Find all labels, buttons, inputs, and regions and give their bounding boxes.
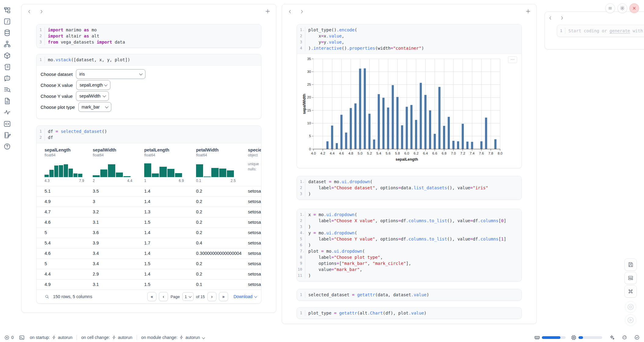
- code-editor[interactable]: 1plot_type = getattr(alt.Chart(df), plot…: [297, 308, 521, 319]
- line-number: 3: [297, 224, 302, 230]
- cpu-usage[interactable]: [571, 335, 602, 340]
- first-page-button[interactable]: «: [147, 292, 156, 301]
- column-3-next-button[interactable]: [560, 16, 564, 20]
- layout-button[interactable]: [624, 272, 637, 284]
- sidebar-scroll-button[interactable]: [3, 63, 11, 71]
- table-row[interactable]: 53.41.50.2setosa: [37, 258, 261, 269]
- column-header-sepalLength[interactable]: sepalLengthfloat644.37.9: [45, 148, 93, 183]
- column-header-species[interactable]: speciesobjectuniquenulls:: [248, 148, 261, 183]
- fold-marker-icon[interactable]: ⌄: [302, 230, 305, 236]
- memory-usage[interactable]: [534, 335, 566, 340]
- bar-chart[interactable]: 051015202530354.04.24.44.64.85.05.25.45.…: [302, 56, 508, 164]
- last-page-button[interactable]: »: [219, 292, 228, 301]
- table-row[interactable]: 4.73.21.30.2setosa: [37, 207, 261, 217]
- column-2-next-button[interactable]: [299, 9, 304, 14]
- table-row[interactable]: 53.61.40.2setosa: [37, 227, 261, 238]
- choose-y-value-select[interactable]: sepalWidth: [76, 91, 109, 101]
- command-palette-button[interactable]: [624, 285, 637, 297]
- search-list-icon: [3, 86, 11, 94]
- table-search-button[interactable]: [45, 294, 49, 299]
- run-config-3[interactable]: on module change:autorun: [141, 335, 205, 340]
- save-button[interactable]: [624, 258, 637, 271]
- column-header-petalLength[interactable]: petalLengthfloat6416.9: [144, 148, 196, 183]
- column-1-prev-button[interactable]: [27, 9, 32, 14]
- code-editor[interactable]: 1⌄plot_type().encode(2 x=x.value,3 y=y.v…: [297, 24, 521, 54]
- table-row[interactable]: 5.13.51.40.2setosa: [37, 186, 261, 196]
- chevL-icon: [27, 9, 32, 14]
- sidebar-file-tree-button[interactable]: [3, 6, 11, 14]
- table-row[interactable]: 4.63.41.40.30000000000000004setosa: [37, 248, 261, 258]
- sidebar-document-button[interactable]: [3, 97, 11, 105]
- fold-marker-icon[interactable]: ⌄: [302, 212, 305, 218]
- column-1-add-cell-button[interactable]: [265, 9, 270, 14]
- choose-x-value-select[interactable]: sepalLength: [76, 80, 110, 90]
- check-circle-button[interactable]: [634, 335, 640, 340]
- svg-text:5.0: 5.0: [358, 151, 363, 155]
- fold-marker-icon[interactable]: ⌄: [302, 27, 305, 33]
- column-1-next-button[interactable]: [39, 9, 44, 14]
- editor-placeholder: Start coding or generate with: [565, 28, 643, 34]
- code-editor[interactable]: 1selected_dataset = getattr(data, datase…: [297, 289, 521, 300]
- error-count-button[interactable]: 0: [4, 335, 14, 340]
- choose-dataset-select[interactable]: iris: [76, 69, 145, 79]
- fold-marker-icon: [302, 254, 305, 260]
- code-box-icon: [3, 120, 11, 128]
- sidebar-bot-button[interactable]: [3, 74, 11, 82]
- run-button[interactable]: [625, 314, 636, 326]
- choose-plot-type-select[interactable]: mark_bar: [78, 102, 111, 112]
- generate-link[interactable]: generate: [610, 28, 630, 33]
- run-config-1[interactable]: on startup:autorun: [30, 335, 73, 340]
- code-editor[interactable]: 1mo.vstack([dataset, x, y, plot]): [37, 54, 261, 66]
- run-config-2[interactable]: on cell change:autorun: [81, 335, 132, 340]
- table-pagination: 150 rows, 5 columns«‹Page1of 15›»Downloa…: [37, 290, 261, 303]
- stop-icon: [627, 303, 634, 311]
- chevL-icon: [548, 16, 553, 20]
- svg-text:7.8: 7.8: [488, 151, 493, 155]
- code-line: ): [305, 224, 311, 230]
- code-editor[interactable]: 1import marimo as mo2import altair as al…: [37, 24, 261, 48]
- column-stats: uniquenulls:: [248, 162, 261, 172]
- gear-icon: [620, 6, 625, 11]
- column-header-petalWidth[interactable]: petalWidthfloat640.12.5: [196, 148, 248, 183]
- page-select[interactable]: 1: [182, 292, 194, 301]
- table-row[interactable]: 5.43.91.70.4setosa: [37, 238, 261, 248]
- terminal-button[interactable]: [19, 335, 25, 340]
- column-3-prev-button[interactable]: [548, 16, 553, 20]
- code-editor[interactable]: 1⌄dataset = mo.ui.dropdown(2 label="Choo…: [297, 176, 521, 199]
- chart-options-button[interactable]: ⋯: [508, 56, 517, 63]
- sidebar-help-button[interactable]: [3, 143, 11, 150]
- table-row[interactable]: 4.63.11.50.2setosa: [37, 217, 261, 227]
- next-page-button[interactable]: ›: [207, 292, 216, 301]
- code-editor[interactable]: 1⌄x = mo.ui.dropdown(2 label="Choose X v…: [297, 209, 521, 281]
- settings-button[interactable]: [617, 3, 627, 13]
- table-row[interactable]: 4.93.11.50.1setosa: [37, 279, 261, 290]
- code-editor[interactable]: 1df = selected_dataset()2df: [37, 126, 261, 143]
- sidebar-database-button[interactable]: [3, 29, 11, 37]
- column-header-sepalWidth[interactable]: sepalWidthfloat6424.4: [93, 148, 144, 183]
- column-2-prev-button[interactable]: [288, 9, 292, 14]
- sidebar-function-square-button[interactable]: f: [3, 18, 11, 25]
- sidebar-activity-button[interactable]: [3, 109, 11, 116]
- prev-page-button[interactable]: ‹: [159, 292, 168, 301]
- copilot-button[interactable]: [622, 335, 627, 340]
- fold-marker-icon[interactable]: ⌄: [302, 179, 305, 185]
- sidebar-package-button[interactable]: [3, 52, 11, 59]
- fold-marker-icon[interactable]: ⌄: [302, 248, 305, 254]
- table-row[interactable]: 4.42.91.40.2setosa: [37, 269, 261, 279]
- shutdown-button[interactable]: [629, 3, 639, 13]
- code-line: label="Choose Y value", options=df.colum…: [305, 236, 506, 242]
- table-row[interactable]: 4.931.40.2setosa: [37, 196, 261, 207]
- sidebar-search-list-button[interactable]: [3, 86, 11, 94]
- sparkles-button[interactable]: [609, 335, 615, 340]
- sidebar-notebook-edit-button[interactable]: [3, 131, 11, 139]
- chevron-down-icon: [254, 295, 257, 298]
- column-2-add-cell-button[interactable]: [525, 9, 531, 14]
- download-button[interactable]: Download: [234, 294, 257, 299]
- cpu-icon: [571, 335, 577, 340]
- notebook-menu-button[interactable]: [605, 3, 615, 13]
- sidebar-code-box-button[interactable]: [3, 120, 11, 128]
- svg-text:5.4: 5.4: [376, 151, 381, 155]
- sidebar-sitemap-button[interactable]: [3, 40, 11, 48]
- empty-code-cell[interactable]: 1 Start coding or generate with: [557, 25, 644, 37]
- stop-button[interactable]: [625, 301, 636, 313]
